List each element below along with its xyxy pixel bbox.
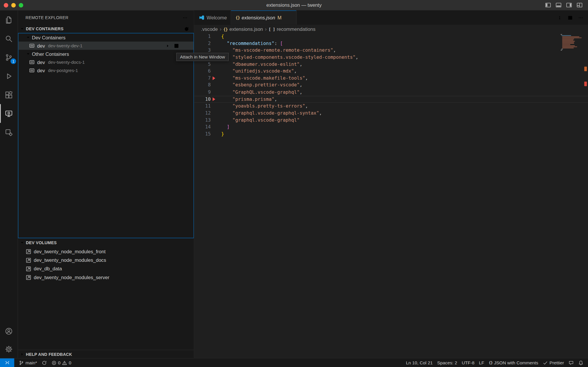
filter-button[interactable] xyxy=(174,25,182,32)
layout-sidebar-left-icon[interactable] xyxy=(545,2,551,8)
json-braces-icon: {} xyxy=(235,15,240,20)
layout-panel-icon[interactable] xyxy=(555,2,562,8)
code-line-1[interactable]: 1{ xyxy=(194,33,588,40)
section-header-dev-containers[interactable]: DEV CONTAINERS xyxy=(18,25,194,33)
section-header-dev-volumes[interactable]: DEV VOLUMES xyxy=(18,238,194,247)
stop-container-button[interactable] xyxy=(182,42,190,49)
code-line-15[interactable]: 15} xyxy=(194,130,588,138)
split-editor-button[interactable] xyxy=(566,14,574,21)
gear-icon xyxy=(5,345,13,353)
container-icon xyxy=(29,59,35,65)
tree-group[interactable]: Dev Containers xyxy=(18,33,193,41)
eol-indicator[interactable]: LF xyxy=(477,358,486,367)
code-editor[interactable]: 1{2 "recommendations": [3 "ms-vscode-rem… xyxy=(194,33,588,358)
debug-icon xyxy=(5,72,13,80)
tab-welcome[interactable]: Welcome xyxy=(194,11,231,25)
feedback-icon xyxy=(569,360,574,365)
chevron-down-icon xyxy=(19,240,25,245)
volume-row[interactable]: dev_twenty_node_modules_front xyxy=(18,247,194,256)
tab-extensions-json[interactable]: {}extensions.jsonM xyxy=(231,11,297,25)
remote-indicator[interactable] xyxy=(0,358,14,367)
tab-bar: Welcome{}extensions.jsonM xyxy=(194,11,588,25)
chevron-right-icon xyxy=(19,351,25,357)
gutter-marker-icon xyxy=(213,97,215,101)
remote-explorer-sidebar: REMOTE EXPLORER DEV CONTAINERS Dev Conta… xyxy=(18,11,194,358)
container-row[interactable]: devdev-twenty-docs-1 xyxy=(18,58,193,66)
activity-item-search[interactable] xyxy=(0,29,18,48)
language-mode[interactable]: {}JSON with Comments xyxy=(487,358,541,367)
formatter-indicator[interactable]: Prettier xyxy=(540,358,566,367)
remote-explorer-icon xyxy=(5,110,13,118)
layout-customize-icon[interactable] xyxy=(576,2,583,8)
activity-item-explorer[interactable] xyxy=(0,11,18,29)
code-line-14[interactable]: 14 ] xyxy=(194,124,588,131)
code-line-12[interactable]: 12 "graphql.vscode-graphql-syntax", xyxy=(194,110,588,117)
activity-item-manage[interactable] xyxy=(0,340,18,358)
minimap[interactable] xyxy=(561,34,582,51)
activity-bar: 1 xyxy=(0,11,18,358)
refresh-button[interactable] xyxy=(183,25,190,32)
activity-item-accounts[interactable] xyxy=(0,322,18,340)
activity-item-source-control[interactable]: 1 xyxy=(0,48,18,67)
container-row[interactable]: devdev-twenty-dev-1 xyxy=(18,41,193,50)
chevron-down-icon xyxy=(25,51,31,57)
code-line-5[interactable]: 5 "dbaeumer.vscode-eslint", xyxy=(194,61,588,68)
indentation-indicator[interactable]: Spaces: 2 xyxy=(435,358,459,367)
code-line-13[interactable]: 13 "graphql.vscode-graphql" xyxy=(194,117,588,124)
code-line-2[interactable]: 2 "recommendations": [ xyxy=(194,40,588,47)
section-header-help-feedback[interactable]: HELP AND FEEDBACK xyxy=(18,350,194,358)
close-tab-button[interactable] xyxy=(286,14,293,21)
add-button[interactable] xyxy=(165,25,173,32)
activity-item-remote-explorer[interactable] xyxy=(0,104,18,123)
vscode-window: extensions.json — twenty 1 REMOTE EXPLOR… xyxy=(0,0,588,367)
code-line-10[interactable]: 10 "prisma.prisma", xyxy=(194,96,588,103)
open-changes-button[interactable] xyxy=(556,14,563,21)
more-actions-button[interactable] xyxy=(577,14,584,21)
tree-group[interactable]: Other Containers xyxy=(18,50,193,58)
volume-icon xyxy=(26,257,31,263)
breadcrumb-item[interactable]: .vscode xyxy=(201,26,218,32)
activity-item-extensions[interactable] xyxy=(0,86,18,104)
breadcrumb-item[interactable]: {}extensions.json xyxy=(223,26,263,32)
close-window-button[interactable] xyxy=(4,3,8,7)
branch-icon xyxy=(19,360,24,365)
code-line-8[interactable]: 8 "esbenp.prettier-vscode", xyxy=(194,82,588,89)
volume-icon xyxy=(26,249,31,254)
minimize-window-button[interactable] xyxy=(11,3,16,7)
activity-item-run-and-debug[interactable] xyxy=(0,67,18,86)
more-actions-icon[interactable] xyxy=(181,14,189,21)
branch-indicator[interactable]: main* xyxy=(16,358,39,367)
volume-row[interactable]: dev_db_data xyxy=(18,264,194,273)
container-row[interactable]: devdev-postgres-1 xyxy=(18,66,193,75)
files-icon xyxy=(5,16,13,24)
code-line-4[interactable]: 4 "styled-components.vscode-styled-compo… xyxy=(194,54,588,61)
sidebar-title: REMOTE EXPLORER xyxy=(26,15,69,20)
code-line-11[interactable]: 11 "yoavbls.pretty-ts-errors", xyxy=(194,103,588,110)
title-bar: extensions.json — twenty xyxy=(0,0,588,11)
code-line-3[interactable]: 3 "ms-vscode-remote.remote-containers", xyxy=(194,47,588,54)
attach-container-button[interactable] xyxy=(163,42,171,49)
sync-button[interactable] xyxy=(39,358,49,367)
zoom-window-button[interactable] xyxy=(19,3,23,7)
chevron-down-icon xyxy=(25,35,31,40)
code-line-6[interactable]: 6 "unifiedjs.vscode-mdx", xyxy=(194,68,588,75)
volume-row[interactable]: dev_twenty_node_modules_docs xyxy=(18,256,194,264)
error-icon xyxy=(51,360,56,365)
layout-sidebar-right-icon[interactable] xyxy=(566,2,572,8)
remote-icon xyxy=(4,360,10,366)
window-controls xyxy=(0,3,23,7)
extensions-icon xyxy=(5,91,13,99)
notifications-button[interactable] xyxy=(576,358,586,367)
cursor-position[interactable]: Ln 10, Col 21 xyxy=(404,358,435,367)
code-line-7[interactable]: 7 "ms-vscode.makefile-tools", xyxy=(194,75,588,82)
attach-new-window-button[interactable] xyxy=(173,42,180,49)
attach-in-new-window-tooltip: Attach in New Window xyxy=(176,53,229,61)
breadcrumb-item[interactable]: [ ]recommendations xyxy=(268,26,315,32)
feedback-button[interactable] xyxy=(566,358,576,367)
encoding-indicator[interactable]: UTF-8 xyxy=(460,358,477,367)
code-line-9[interactable]: 9 "GraphQL.vscode-graphql", xyxy=(194,89,588,96)
activity-item-dev-containers[interactable] xyxy=(0,123,18,142)
volume-row[interactable]: dev_twenty_node_modules_server xyxy=(18,273,194,281)
gutter-marker-icon xyxy=(213,76,215,80)
problems-indicator[interactable]: 00 xyxy=(49,358,74,367)
